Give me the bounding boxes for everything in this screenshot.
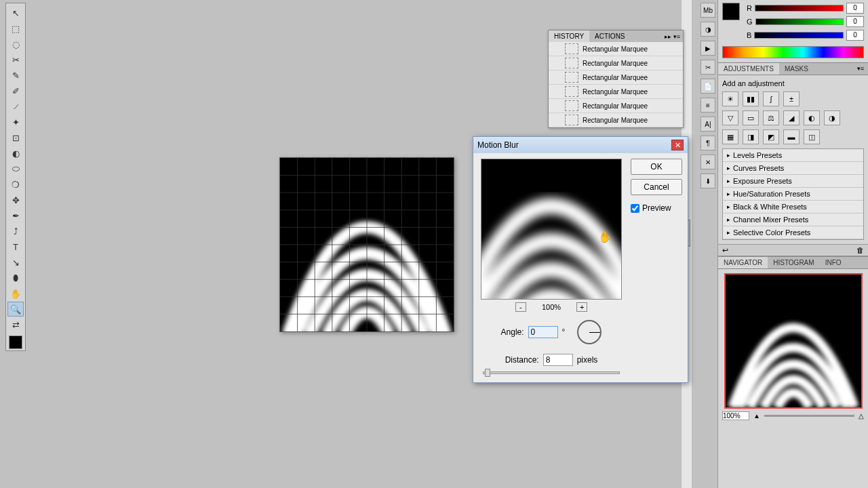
tool-button[interactable]: ✒ bbox=[7, 208, 24, 223]
panel-icon[interactable]: Mb bbox=[701, 3, 715, 18]
zoom-in-icon[interactable]: △ bbox=[859, 412, 864, 420]
curves-icon[interactable]: ∫ bbox=[763, 92, 779, 106]
r-slider[interactable] bbox=[755, 5, 844, 12]
b-value[interactable]: 0 bbox=[846, 30, 864, 41]
preview-image[interactable] bbox=[481, 159, 622, 300]
foreground-color-swatch[interactable] bbox=[9, 336, 22, 349]
preset-item[interactable]: Hue/Saturation Presets bbox=[723, 188, 863, 201]
levels-icon[interactable]: ▮▮ bbox=[743, 92, 759, 106]
panel-icon[interactable]: ¶ bbox=[701, 136, 715, 150]
tab-adjustments[interactable]: ADJUSTMENTS bbox=[718, 63, 779, 75]
history-item[interactable]: Rectangular Marquee bbox=[549, 42, 683, 56]
r-value[interactable]: 0 bbox=[846, 3, 864, 14]
tool-button[interactable]: ✋ bbox=[7, 286, 24, 301]
tool-button[interactable]: ↖ bbox=[7, 5, 24, 20]
preset-item[interactable]: Curves Presets bbox=[723, 162, 863, 175]
history-item[interactable]: Rectangular Marquee bbox=[549, 113, 683, 127]
return-arrow-icon[interactable]: ↩ bbox=[722, 246, 728, 255]
tool-button[interactable]: ◐ bbox=[7, 146, 24, 161]
navigator-zoom-input[interactable] bbox=[722, 411, 749, 420]
color-swatch[interactable] bbox=[722, 3, 740, 20]
tool-button[interactable]: ✂ bbox=[7, 52, 24, 67]
angle-dial[interactable] bbox=[577, 320, 601, 344]
panel-icon[interactable]: 📄 bbox=[701, 79, 715, 94]
preset-item[interactable]: Channel Mixer Presets bbox=[723, 214, 863, 226]
color-spectrum[interactable] bbox=[722, 46, 864, 58]
g-slider[interactable] bbox=[755, 18, 844, 25]
zoom-out-icon[interactable]: ▲ bbox=[753, 412, 760, 420]
tool-button[interactable]: ❍ bbox=[7, 177, 24, 192]
tool-button[interactable]: ↘ bbox=[7, 255, 24, 270]
posterize-icon[interactable]: ◨ bbox=[743, 129, 759, 144]
tool-button[interactable]: ✎ bbox=[7, 68, 24, 83]
invert-icon[interactable]: ▦ bbox=[722, 129, 738, 144]
tool-button[interactable]: ⤴ bbox=[7, 224, 24, 239]
panel-icon[interactable]: A| bbox=[701, 117, 715, 131]
history-item[interactable]: Rectangular Marquee bbox=[549, 85, 683, 99]
preset-item[interactable]: Selective Color Presets bbox=[723, 226, 863, 239]
zoom-in-button[interactable]: + bbox=[576, 302, 587, 312]
preset-item[interactable]: Black & White Presets bbox=[723, 201, 863, 214]
preset-item[interactable]: Levels Presets bbox=[723, 149, 863, 162]
panel-icon[interactable]: ▶ bbox=[701, 41, 715, 56]
tool-button[interactable]: ⬮ bbox=[7, 270, 24, 285]
tab-masks[interactable]: MASKS bbox=[779, 63, 814, 75]
tool-button[interactable]: T bbox=[7, 239, 24, 254]
preset-item[interactable]: Exposure Presets bbox=[723, 175, 863, 188]
tool-button[interactable]: ⬭ bbox=[7, 161, 24, 176]
balance-icon[interactable]: ⚖ bbox=[763, 110, 779, 125]
tool-button[interactable]: ⊡ bbox=[7, 130, 24, 145]
preview-checkbox-input[interactable] bbox=[631, 204, 639, 213]
angle-unit: ° bbox=[562, 327, 566, 337]
r-label: R bbox=[747, 4, 752, 12]
tool-button[interactable]: ✐ bbox=[7, 83, 24, 98]
panel-icon[interactable]: ✂ bbox=[701, 60, 715, 75]
history-item[interactable]: Rectangular Marquee bbox=[549, 99, 683, 113]
zoom-out-button[interactable]: - bbox=[515, 302, 526, 312]
photo-filter-icon[interactable]: ◐ bbox=[804, 110, 820, 125]
distance-label: Distance: bbox=[505, 355, 539, 365]
hue-icon[interactable]: ▭ bbox=[743, 110, 759, 125]
tool-button[interactable]: ⇄ bbox=[7, 317, 24, 332]
document-canvas[interactable] bbox=[279, 157, 454, 332]
panel-icon[interactable]: ✕ bbox=[701, 155, 715, 169]
b-slider[interactable] bbox=[754, 32, 844, 39]
navigator-thumbnail[interactable] bbox=[724, 273, 863, 409]
threshold-icon[interactable]: ◩ bbox=[763, 129, 779, 144]
brightness-icon[interactable]: ☀ bbox=[722, 92, 738, 106]
panel-flyout-icon[interactable]: ▾≡ bbox=[853, 63, 868, 75]
vibrance-icon[interactable]: ▽ bbox=[722, 110, 738, 125]
tab-history[interactable]: HISTORY bbox=[549, 30, 589, 42]
history-item[interactable]: Rectangular Marquee bbox=[549, 56, 683, 70]
tool-button[interactable]: ⟋ bbox=[7, 99, 24, 114]
ok-button[interactable]: OK bbox=[631, 159, 682, 175]
adjustments-heading: Add an adjustment bbox=[722, 79, 864, 87]
tab-info[interactable]: INFO bbox=[820, 257, 847, 268]
tab-actions[interactable]: ACTIONS bbox=[589, 30, 630, 42]
tool-button[interactable]: ◌ bbox=[7, 37, 24, 52]
panel-icon[interactable]: ≡ bbox=[701, 98, 715, 113]
tool-button[interactable]: ⬚ bbox=[7, 21, 24, 36]
distance-input[interactable] bbox=[543, 354, 573, 366]
tool-button[interactable]: ✦ bbox=[7, 115, 24, 129]
g-value[interactable]: 0 bbox=[846, 16, 864, 27]
tool-button[interactable]: ✥ bbox=[7, 192, 24, 207]
panel-icon[interactable]: ⬇ bbox=[701, 174, 715, 188]
gradient-map-icon[interactable]: ▬ bbox=[783, 129, 800, 144]
tool-button[interactable]: 🔍 bbox=[7, 302, 24, 317]
distance-slider[interactable] bbox=[483, 371, 620, 374]
trash-icon[interactable]: 🗑 bbox=[856, 246, 864, 254]
channel-mixer-icon[interactable]: ◑ bbox=[824, 110, 840, 125]
preview-checkbox[interactable]: Preview bbox=[631, 203, 682, 213]
tab-histogram[interactable]: HISTOGRAM bbox=[768, 257, 819, 268]
panel-icon[interactable]: ◑ bbox=[701, 22, 715, 37]
panel-flyout-icon[interactable]: ▸▸ ▾≡ bbox=[662, 30, 683, 42]
cancel-button[interactable]: Cancel bbox=[631, 179, 682, 195]
exposure-icon[interactable]: ± bbox=[783, 92, 800, 106]
bw-icon[interactable]: ◢ bbox=[783, 110, 800, 125]
tab-navigator[interactable]: NAVIGATOR bbox=[718, 257, 768, 268]
angle-input[interactable] bbox=[528, 326, 558, 338]
history-item[interactable]: Rectangular Marquee bbox=[549, 70, 683, 85]
close-icon[interactable]: ✕ bbox=[671, 140, 684, 150]
selective-color-icon[interactable]: ◫ bbox=[804, 129, 820, 144]
